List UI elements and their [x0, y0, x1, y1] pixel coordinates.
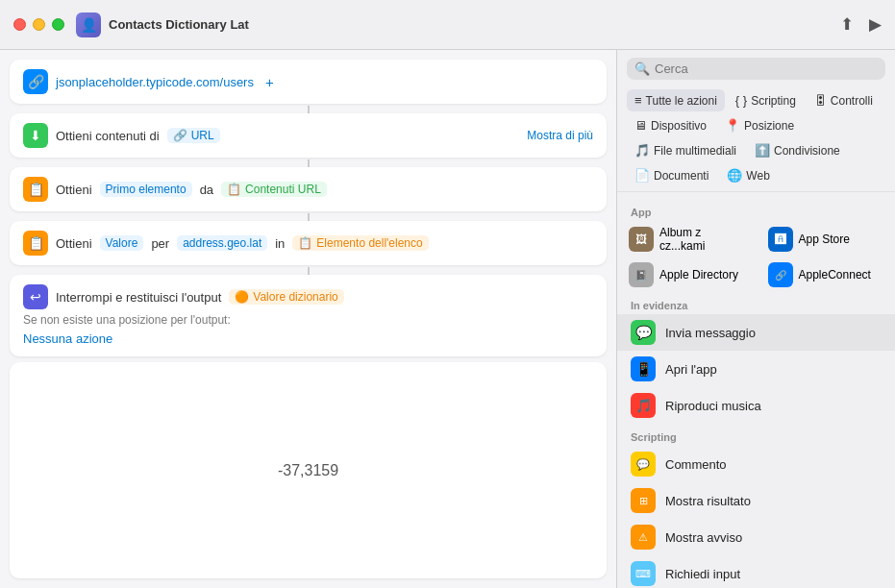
cat-docs[interactable]: 📄 Documenti — [627, 164, 716, 186]
share-button[interactable]: ⬆ — [840, 14, 854, 35]
nessuna-azione-link[interactable]: Nessuna azione — [23, 331, 112, 346]
cat-scripting-label: Scripting — [751, 94, 796, 108]
minimize-button[interactable] — [33, 18, 45, 31]
run-button[interactable]: ▶ — [869, 14, 882, 35]
close-button[interactable] — [13, 18, 26, 31]
url-text[interactable]: jsonplaceholder.typicode.com/users — [56, 75, 254, 89]
app-item-appleconnect[interactable]: 🔗 AppleConnect — [757, 257, 896, 292]
app-grid: 🖼 Album z cz...kami 🅰 App Store 📓 Apple … — [617, 221, 895, 292]
url-tag[interactable]: 🔗 URL — [167, 128, 220, 143]
return-label: Interrompi e restituisci l'output — [56, 290, 221, 305]
all-icon: ≡ — [634, 93, 642, 108]
device-icon: 🖥 — [634, 118, 647, 133]
elemento-elenco-tag[interactable]: 📋 Elemento dell'elenco — [292, 235, 428, 251]
get-first-prefix: Ottieni — [56, 183, 92, 197]
get-value-per: per — [151, 236, 169, 251]
list-item-mostra-avviso[interactable]: ⚠ Mostra avviso — [617, 519, 895, 555]
cat-docs-label: Documenti — [654, 169, 709, 183]
fullscreen-button[interactable] — [52, 18, 64, 31]
contenuti-url-icon: 📋 — [227, 183, 241, 196]
riproduci-label: Riproduci musica — [665, 399, 761, 413]
apri-icon: 📱 — [631, 356, 656, 381]
app-item-apple-dir[interactable]: 📓 Apple Directory — [617, 257, 757, 292]
cat-device-label: Dispositivo — [651, 119, 707, 133]
web-icon: 🌐 — [727, 168, 742, 183]
return-output-card: ↩ Interrompi e restituisci l'output 🟠 Va… — [10, 275, 607, 356]
app-section-label: App — [617, 199, 895, 221]
list-item-riproduci[interactable]: 🎵 Riproduci musica — [617, 387, 895, 424]
get-first-da: da — [200, 183, 213, 197]
right-panel: 🔍 ≡ Tutte le azioni { } Scripting 🎛 Cont… — [616, 50, 895, 588]
albums-icon: 🖼 — [629, 227, 654, 252]
valore-dizionario-tag[interactable]: 🟠 Valore dizionario — [229, 289, 344, 305]
output-area: -37,3159 — [10, 362, 607, 578]
conditional-text: Se non esiste una posizione per l'output… — [23, 313, 593, 327]
commento-label: Commento — [665, 457, 727, 472]
app-icon: 👤 — [76, 12, 101, 37]
get-value-prefix: Ottieni — [56, 236, 92, 251]
cat-sharing[interactable]: ⬆️ Condivisione — [747, 139, 848, 161]
main-content: 🔗 jsonplaceholder.typicode.com/users + ⬇… — [0, 50, 895, 588]
valore-diz-text: Valore dizionario — [253, 290, 338, 304]
add-url-button[interactable]: + — [265, 74, 274, 90]
divider-1 — [617, 191, 895, 192]
apple-dir-icon: 📓 — [629, 262, 654, 287]
albums-label: Album z cz...kami — [659, 226, 745, 253]
invia-icon: 💬 — [631, 320, 656, 345]
get-first-icon: 📋 — [23, 177, 48, 202]
media-icon: 🎵 — [634, 143, 650, 158]
geo-lat-tag[interactable]: address.geo.lat — [177, 235, 267, 251]
scripting-icon-cat: { } — [735, 93, 747, 108]
get-contents-icon: ⬇ — [23, 123, 48, 148]
cat-controls[interactable]: 🎛 Controlli — [807, 89, 881, 111]
cat-media[interactable]: 🎵 File multimediali — [627, 139, 744, 161]
right-list: App 🖼 Album z cz...kami 🅰 App Store 📓 Ap… — [617, 195, 895, 588]
return-icon: ↩ — [23, 284, 48, 309]
cat-all-actions[interactable]: ≡ Tutte le azioni — [627, 89, 725, 111]
valore-tag[interactable]: Valore — [100, 235, 144, 251]
connector-1 — [10, 106, 607, 113]
app-item-appstore[interactable]: 🅰 App Store — [757, 221, 896, 257]
cat-location-label: Posizione — [744, 119, 794, 133]
cat-scripting[interactable]: { } Scripting — [728, 89, 804, 111]
get-contents-card: ⬇ Ottieni contenuti di 🔗 URL Mostra di p… — [10, 113, 607, 158]
valore-diz-icon: 🟠 — [235, 290, 249, 304]
appleconnect-label: AppleConnect — [799, 268, 871, 282]
cat-web-label: Web — [746, 169, 769, 183]
app-item-albums[interactable]: 🖼 Album z cz...kami — [617, 221, 757, 257]
elemento-elenco-icon: 📋 — [298, 236, 312, 250]
search-bar: 🔍 — [627, 58, 885, 80]
richiedi-icon: ⌨ — [631, 561, 656, 586]
cat-device[interactable]: 🖥 Dispositivo — [627, 114, 714, 136]
primo-elemento-tag[interactable]: Primo elemento — [100, 182, 192, 197]
mostra-avviso-icon: ⚠ — [631, 525, 656, 550]
contenuti-url-text: Contenuti URL — [245, 183, 321, 196]
appstore-label: App Store — [799, 233, 850, 246]
url-card: 🔗 jsonplaceholder.typicode.com/users + — [10, 60, 607, 104]
list-item-commento[interactable]: 💬 Commento — [617, 446, 895, 482]
mostra-risultato-label: Mostra risultato — [665, 494, 751, 508]
url-tag-text: URL — [191, 129, 214, 142]
connector-2 — [10, 159, 607, 167]
url-icon: 🔗 — [23, 69, 48, 94]
scripting-section-label: Scripting — [617, 424, 895, 446]
docs-icon: 📄 — [634, 168, 650, 183]
titlebar-actions: ⬆ ▶ — [840, 14, 882, 35]
search-icon: 🔍 — [634, 61, 650, 76]
richiedi-label: Richiedi input — [665, 567, 740, 581]
cat-web[interactable]: 🌐 Web — [719, 164, 777, 186]
list-item-richiedi[interactable]: ⌨ Richiedi input — [617, 555, 895, 588]
cat-controls-label: Controlli — [831, 94, 873, 108]
list-item-invia[interactable]: 💬 Invia messaggio — [617, 314, 895, 351]
mostra-avviso-label: Mostra avviso — [665, 530, 742, 545]
search-input[interactable] — [655, 61, 878, 76]
cat-location[interactable]: 📍 Posizione — [717, 114, 802, 136]
cat-all-label: Tutte le azioni — [646, 94, 717, 108]
mostra-risultato-icon: ⊞ — [631, 488, 656, 513]
elemento-elenco-text: Elemento dell'elenco — [316, 236, 422, 250]
list-item-mostra-risultato[interactable]: ⊞ Mostra risultato — [617, 482, 895, 519]
mostra-di-piu-link[interactable]: Mostra di più — [527, 129, 593, 142]
contenuti-url-tag[interactable]: 📋 Contenuti URL — [221, 182, 327, 197]
list-item-apri[interactable]: 📱 Apri l'app — [617, 351, 895, 387]
window-title: Contacts Dictionary Lat — [109, 17, 840, 32]
